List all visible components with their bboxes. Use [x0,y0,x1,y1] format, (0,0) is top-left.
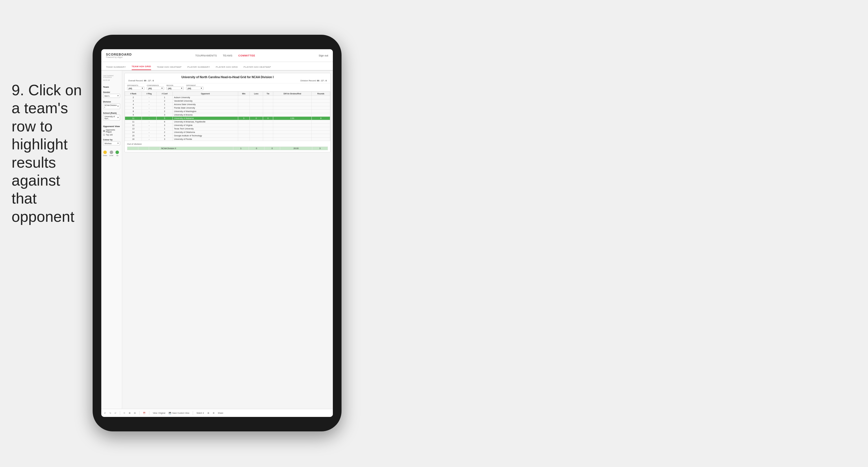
brand-title: SCOREBOARD [106,53,132,56]
tab-team-h2h-heatmap[interactable]: TEAM H2H HEATMAP [157,66,182,70]
out-division-win: 1 [233,147,249,150]
out-division-title: Out of division [127,143,328,145]
table-row[interactable]: 15-4Georgia Institute of Technology [125,134,330,138]
table-row[interactable]: 4-1Arizona State University [125,103,330,106]
col-rank: # Rank [125,92,142,96]
table-row[interactable]: 16-3University of Florida [125,138,330,141]
tab-team-h2h-grid[interactable]: TEAM H2H GRID [132,65,151,70]
clock-btn[interactable]: ⏰ [143,412,146,414]
nav-committee[interactable]: COMMITTEE [238,54,255,57]
table-header-row: # Rank # Reg # Conf Opponent Win Loss Ti… [125,92,330,96]
redo-btn[interactable]: ↪ [110,412,111,414]
out-division-table: NCAA Division II 1 0 0 26.00 3 [127,146,328,150]
out-division-name: NCAA Division II [160,147,233,150]
col-rounds: Rounds [312,92,330,96]
table-row[interactable]: 9-3University of Arizona [125,113,330,117]
share-btn[interactable]: Share [218,412,223,414]
division-record: Division Record: 88 - 17 - 0 [301,79,327,82]
grid-card: University of North Carolina Head-to-Hea… [124,73,331,152]
sub-nav: TEAM SUMMARY TEAM H2H GRID TEAM H2H HEAT… [101,62,333,71]
undo-btn[interactable]: ↩ [104,412,106,414]
out-division-loss: 0 [249,147,264,150]
settings-btn[interactable]: ⚙ [213,412,214,414]
table-row[interactable]: 8-2University of Washington [125,110,330,113]
sign-out[interactable]: Sign out [319,54,328,57]
out-division-tie: 0 [264,147,280,150]
instruction-body: Click on a team's row to highlight resul… [11,82,82,225]
nav-teams[interactable]: TEAMS [223,54,233,57]
col-reg: # Reg [142,92,157,96]
col-loss: Loss [249,92,263,96]
colour-by-label: Colour by [103,139,120,141]
opponent-input[interactable]: (All) ▾ [186,87,204,90]
tab-team-summary[interactable]: TEAM SUMMARY [106,66,126,70]
nav-tournaments[interactable]: TOURNAMENTS [195,54,217,57]
team-label: Team [103,86,120,88]
tablet-screen: SCOREBOARD Powered by clippd TOURNAMENTS… [101,49,333,417]
legend-level: Level [110,150,113,156]
back-btn[interactable]: ↩ [115,412,116,414]
legend-down: Down [103,150,107,156]
tab-player-h2h-heatmap[interactable]: PLAYER H2H HEATMAP [243,66,271,70]
radio-opponents-played[interactable]: Opponents Played [103,129,120,133]
content-area: Last Updated: 27/03/2024 16:55:38 Team G… [101,71,333,409]
instruction-text: 9. Click on a team's row to highlight re… [11,81,87,226]
grid-title: University of North Carolina Head-to-Hea… [128,76,327,79]
scissors-btn[interactable]: ✂ [124,412,125,414]
tab-player-summary[interactable]: PLAYER SUMMARY [187,66,210,70]
opponents-filter: Opponents: (All) ▾ [127,85,145,90]
gender-label: Gender [103,91,120,93]
table-row[interactable]: 6-2Florida State University [125,106,330,110]
sidebar: Last Updated: 27/03/2024 16:55:38 Team G… [101,71,122,409]
tab-player-h2h-grid[interactable]: PLAYER H2H GRID [216,66,238,70]
bottom-toolbar: ↩ ↪ ↩ ✂ ⊞ ⊟ ⏰ View: Original 💾 Save Cust… [101,409,333,417]
overall-record: Overall Record: 89 - 17 - 0 [128,79,154,82]
conference-input[interactable]: (All) ▾ [147,87,164,90]
out-division-row[interactable]: NCAA Division II 1 0 0 26.00 3 [127,147,328,150]
presentation-btn[interactable]: ⊞ [208,412,209,414]
main-content: University of North Carolina Head-to-Hea… [122,71,333,409]
radio-dot-top100 [103,134,105,136]
filter-row: Opponents: (All) ▾ Conference (All) ▾ [125,83,330,91]
col-tie: Tie [263,92,273,96]
save-custom-btn[interactable]: 💾 Save Custom View [169,412,189,414]
gender-field[interactable]: Men's ▾ [103,94,120,98]
paste-btn[interactable]: ⊟ [134,412,136,414]
radio-top-100[interactable]: Top 100 [103,134,120,136]
last-updated-label: Last Updated: 27/03/2024 [103,75,120,78]
brand-sub: Powered by clippd [106,56,132,58]
legend-up-circle [116,150,119,154]
watch-btn[interactable]: Watch ▾ [196,412,204,414]
legend-level-circle [110,150,113,154]
opponents-input[interactable]: (All) ▾ [127,87,145,90]
school-field[interactable]: University of Nort... ▾ [103,115,120,120]
table-row[interactable]: 13-1Texas Tech University [125,127,330,130]
table-row[interactable]: 2-1Auburn University [125,96,330,99]
opponent-filter: Opponent (All) ▾ [186,85,204,90]
legend-up: Up [116,150,119,156]
colour-by-field[interactable]: Win/loss ▾ [103,141,120,145]
opponent-view-label: Opponent View [103,125,120,128]
out-division-diff: 26.00 [280,147,312,150]
division-label: Division [103,101,120,103]
table-row[interactable]: 3-2Vanderbilt University [125,99,330,103]
out-division-rounds: 3 [312,147,328,150]
table-row[interactable]: 11-5University of Alabama3002.618 [125,117,330,120]
table-row[interactable]: 11-6University of Arkansas, Fayetteville [125,120,330,124]
view-original-btn[interactable]: View: Original [153,412,165,414]
table-row[interactable]: 14-2University of Oklahoma [125,130,330,134]
radio-dot-opponents [103,130,105,132]
brand: SCOREBOARD Powered by clippd [106,53,132,58]
copy-btn[interactable]: ⊞ [129,412,130,414]
conference-filter: Conference (All) ▾ [147,85,164,90]
top-nav: SCOREBOARD Powered by clippd TOURNAMENTS… [101,49,333,62]
table-row[interactable]: 12-3University of Virginia [125,124,330,127]
grid-records: Overall Record: 89 - 17 - 0 Division Rec… [128,79,327,82]
region-input[interactable]: (All) ▾ [166,87,184,90]
toolbar-divider-2 [139,411,140,415]
col-win: Win [238,92,249,96]
division-field[interactable]: NCAA Division I ▾ [103,104,120,109]
tablet-frame: SCOREBOARD Powered by clippd TOURNAMENTS… [93,35,342,431]
col-opponent: Opponent [173,92,238,96]
legend-down-circle [103,150,107,154]
